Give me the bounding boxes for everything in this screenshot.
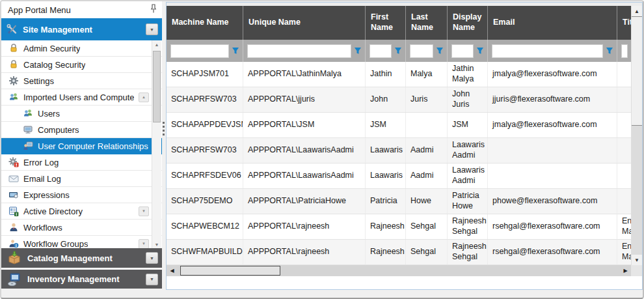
cell-machine-name: SCHAPJSM701 (167, 62, 243, 87)
cell-title (617, 189, 631, 214)
scroll-down-icon[interactable]: ▼ (632, 255, 642, 265)
cell-email: jmalya@flexerasoftware.com (488, 62, 617, 87)
cell-title (617, 164, 631, 188)
user-computer-icon (22, 141, 33, 152)
cell-machine-name: SCHAPRFSW703 (167, 87, 243, 112)
sidebar-item-workflows[interactable]: Workflows (1, 220, 162, 236)
app-portal-window: App Portal Menu Site Management ▼ Admin … (0, 0, 644, 299)
workflow-person-icon (8, 222, 19, 233)
sidebar-scrollbar-track[interactable] (152, 48, 161, 240)
sidebar-scrollbar[interactable]: ▲ ▼ (152, 40, 161, 248)
cell-last-name: Aadmi (406, 138, 448, 163)
sidebar-item-label: Workflows (23, 223, 62, 233)
cell-first-name: John (366, 87, 406, 112)
scroll-up-icon[interactable]: ▲ (152, 40, 161, 48)
table-row[interactable]: SCHAPRFSDEV06 APPPORTAL\LaawarisAadmi La… (167, 164, 631, 189)
collapse-up-icon[interactable]: ▲ (139, 93, 149, 102)
sidebar-item-user-computer-relationships[interactable]: User Computer Relationships (1, 138, 162, 154)
horizontal-scrollbar-thumb[interactable] (180, 266, 280, 276)
column-header-label: Display Name (453, 12, 482, 33)
chevron-down-icon[interactable]: ▼ (146, 252, 158, 264)
column-header-title[interactable]: Title (617, 6, 631, 40)
machine-name-filter-input[interactable] (170, 44, 229, 58)
cell-unique-name: APPPORTAL\jjuris (243, 87, 366, 112)
grid-vertical-scrollbar[interactable]: ▲ ▼ (631, 6, 642, 265)
cell-machine-name: SCHWFMAPBUILD2 (167, 240, 243, 264)
cell-title (617, 62, 631, 87)
sidebar-item-label: Catalog Security (23, 60, 85, 70)
filter-funnel-icon[interactable] (436, 47, 444, 55)
filter-funnel-icon[interactable] (476, 47, 484, 55)
grid-horizontal-scrollbar[interactable]: ◀ ▶ (167, 265, 642, 276)
sidebar-item-workflow-groups[interactable]: Workflow Groups ▼ (1, 236, 162, 248)
column-header-unique-name[interactable]: Unique Name (243, 6, 366, 40)
grid-filter-row (167, 40, 631, 62)
grid-rows: SCHAPJSM701 APPPORTAL\JathinMalya Jathin… (167, 62, 631, 265)
table-row[interactable]: SCHAPRFSW703 APPPORTAL\jjuris John Juris… (167, 87, 631, 113)
filter-cell-display-name (448, 40, 488, 62)
unique-name-filter-input[interactable] (247, 44, 351, 58)
last-name-filter-input[interactable] (410, 44, 433, 58)
group-header-inventory-management[interactable]: Inventory Management ▼ (1, 270, 162, 289)
table-row[interactable]: SCHAPWEBCM12 APPPORTAL\rajneesh Rajneesh… (167, 214, 631, 240)
cell-unique-name: APPPORTAL\rajneesh (243, 240, 366, 264)
column-header-label: Last Name (411, 12, 442, 33)
sidebar-item-imported-users-and-computers[interactable]: Imported Users and Computers ▲ (1, 89, 162, 106)
workflow-group-icon (8, 238, 19, 249)
sidebar-item-error-log[interactable]: Error Log (1, 154, 162, 171)
cell-email: rsehgal@flexerasoftware.com (488, 214, 617, 239)
table-row[interactable]: SCHAP75DEMO APPPORTAL\PatriciaHowe Patri… (167, 189, 631, 214)
cell-title (617, 87, 631, 112)
chevron-down-icon[interactable]: ▼ (146, 274, 158, 285)
scroll-up-icon[interactable]: ▲ (632, 6, 642, 16)
chevron-down-icon[interactable]: ▼ (139, 239, 149, 249)
filter-funnel-icon[interactable] (606, 47, 613, 55)
sidebar-item-label: Imported Users and Computers (23, 93, 134, 102)
first-name-filter-input[interactable] (369, 44, 392, 58)
sidebar-item-admin-security[interactable]: Admin Security (1, 40, 162, 57)
horizontal-scrollbar-track[interactable] (178, 265, 620, 276)
sidebar-item-expressions[interactable]: Expressions (1, 187, 162, 203)
filter-funnel-icon[interactable] (232, 47, 239, 55)
vertical-scrollbar-track[interactable] (632, 16, 642, 255)
sidebar-item-active-directory[interactable]: Active Directory ▼ (1, 203, 162, 220)
column-header-display-name[interactable]: Display Name (448, 6, 488, 40)
table-row[interactable]: SCHWFMAPBUILD2 APPPORTAL\rajneesh Rajnee… (167, 240, 631, 265)
group-header-label: Catalog Management (27, 253, 141, 263)
sidebar-item-label: Users (38, 109, 60, 119)
scroll-down-icon[interactable]: ▼ (152, 240, 161, 248)
cell-machine-name: SCHAPAPPDEVJSM (167, 113, 243, 137)
title-filter-input[interactable] (621, 44, 628, 58)
email-filter-input[interactable] (492, 44, 603, 58)
sidebar-item-catalog-security[interactable]: Catalog Security (1, 57, 162, 73)
scroll-right-icon[interactable]: ▶ (620, 265, 631, 276)
group-header-catalog-management[interactable]: Catalog Management ▼ (1, 248, 162, 268)
column-header-email[interactable]: Email (488, 6, 617, 40)
sidebar-scrollbar-thumb[interactable] (153, 51, 161, 122)
sidebar-item-email-log[interactable]: Email Log (1, 171, 162, 187)
chevron-down-icon[interactable]: ▼ (146, 23, 158, 35)
display-name-filter-input[interactable] (451, 44, 474, 58)
filter-funnel-icon[interactable] (354, 47, 362, 55)
table-row[interactable]: SCHAPJSM701 APPPORTAL\JathinMalya Jathin… (167, 62, 631, 87)
vertical-scrollbar-thumb[interactable] (632, 16, 642, 126)
scroll-left-icon[interactable]: ◀ (167, 265, 178, 276)
cell-display-name: Laawaris Aadmi (448, 138, 488, 163)
chevron-down-icon[interactable]: ▼ (139, 206, 149, 216)
cell-display-name: John Juris (448, 87, 488, 112)
group-header-site-management[interactable]: Site Management ▼ (1, 18, 162, 40)
filter-cell-first-name (366, 40, 406, 62)
pin-icon[interactable] (150, 4, 157, 16)
table-row[interactable]: SCHAPRFSW703 APPPORTAL\LaawarisAadmi Laa… (167, 138, 631, 164)
user-computer-grid-panel: Machine Name Unique Name First Name Last… (166, 2, 643, 290)
column-header-last-name[interactable]: Last Name (406, 6, 448, 40)
column-header-machine-name[interactable]: Machine Name (167, 6, 243, 40)
sidebar-item-users[interactable]: Users (1, 106, 162, 122)
column-header-first-name[interactable]: First Name (366, 6, 406, 40)
tools-icon (7, 24, 18, 35)
table-row[interactable]: SCHAPAPPDEVJSM APPPORTAL\JSM JSM JSM jma… (167, 113, 631, 138)
sidebar-item-settings[interactable]: Settings (1, 73, 162, 89)
filter-funnel-icon[interactable] (394, 47, 402, 55)
cell-display-name: Rajneesh Sehgal (448, 214, 488, 239)
sidebar-item-computers[interactable]: Computers (1, 122, 162, 138)
